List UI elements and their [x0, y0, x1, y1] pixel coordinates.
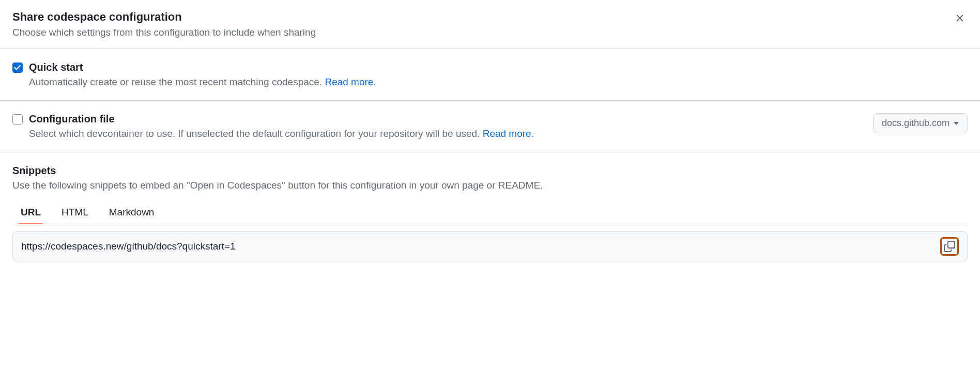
configfile-right: docs.github.com [873, 113, 968, 133]
configfile-checkbox[interactable] [12, 114, 23, 124]
snippet-text[interactable]: https://codespaces.new/github/docs?quick… [21, 241, 934, 252]
configfile-body: Configuration file Select which devconta… [29, 113, 867, 139]
dialog-header-text: Share codespace configuration Choose whi… [12, 10, 316, 38]
configfile-description: Select which devcontainer to use. If uns… [29, 128, 867, 139]
snippet-tabs: URL HTML Markdown [12, 201, 968, 224]
copy-button[interactable] [940, 237, 959, 256]
tab-html[interactable]: HTML [59, 201, 90, 224]
chevron-down-icon [954, 122, 959, 125]
quickstart-checkbox[interactable] [12, 63, 23, 73]
dialog-title: Share codespace configuration [12, 10, 316, 24]
dialog-subtitle: Choose which settings from this configur… [12, 27, 316, 38]
quickstart-readmore-link[interactable]: Read more. [325, 76, 376, 87]
copy-icon [944, 241, 955, 252]
option-quickstart: Quick start Automatically create or reus… [0, 49, 980, 101]
snippets-title: Snippets [12, 165, 968, 177]
tab-url[interactable]: URL [19, 201, 43, 224]
configfile-dropdown[interactable]: docs.github.com [873, 113, 968, 133]
close-button[interactable] [952, 10, 968, 26]
tab-markdown[interactable]: Markdown [107, 201, 157, 224]
configfile-title: Configuration file [29, 113, 867, 125]
quickstart-description: Automatically create or reuse the most r… [29, 76, 968, 88]
dialog-header: Share codespace configuration Choose whi… [0, 0, 980, 49]
configfile-readmore-link[interactable]: Read more. [483, 128, 534, 139]
quickstart-body: Quick start Automatically create or reus… [29, 61, 968, 88]
configfile-dropdown-label: docs.github.com [882, 118, 950, 129]
snippet-box: https://codespaces.new/github/docs?quick… [12, 231, 968, 261]
snippets-description: Use the following snippets to embed an "… [12, 180, 968, 191]
option-configfile: Configuration file Select which devconta… [0, 101, 980, 152]
close-icon [954, 12, 966, 24]
snippets-section: Snippets Use the following snippets to e… [0, 152, 980, 270]
quickstart-title: Quick start [29, 61, 968, 73]
